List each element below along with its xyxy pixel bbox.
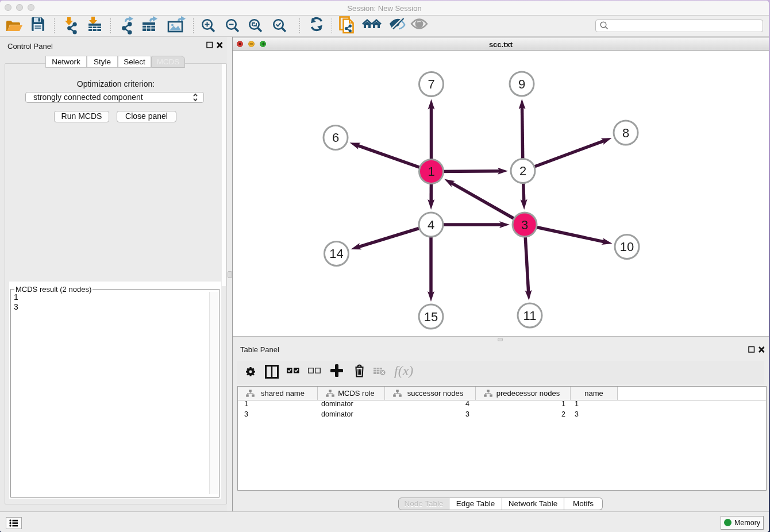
svg-text:14: 14 <box>329 246 343 261</box>
svg-text:3: 3 <box>521 218 528 232</box>
svg-text:10: 10 <box>620 240 634 254</box>
svg-text:9: 9 <box>518 77 525 91</box>
svg-text:8: 8 <box>622 126 629 140</box>
svg-text:7: 7 <box>428 77 434 91</box>
svg-text:4: 4 <box>428 218 434 232</box>
svg-text:6: 6 <box>332 130 339 145</box>
svg-text:f(x): f(x) <box>394 363 413 378</box>
svg-text:15: 15 <box>424 310 438 324</box>
svg-text:1: 1 <box>428 164 434 179</box>
svg-text:11: 11 <box>523 309 537 323</box>
svg-text:2: 2 <box>519 164 526 178</box>
